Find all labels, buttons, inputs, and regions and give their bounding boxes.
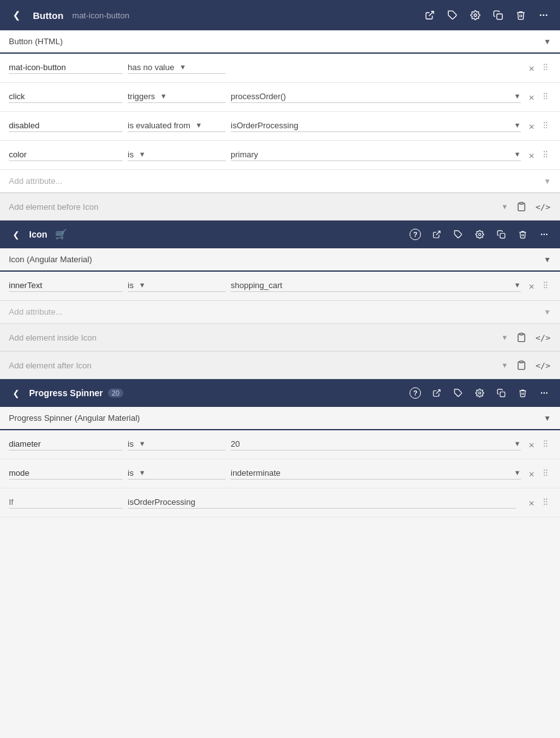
spinner-more-options-icon[interactable] — [536, 385, 552, 401]
drag-handle-icon[interactable] — [540, 61, 551, 75]
delete-attr-icon[interactable] — [527, 439, 536, 451]
attr-operator-is-innertext[interactable]: is ▼ — [128, 281, 226, 292]
table-row: If isOrderProcessing — [0, 488, 560, 517]
add-attribute-row[interactable]: Add attribute... ▼ — [0, 170, 560, 192]
table-row: mat-icon-button has no value ▼ — [0, 54, 560, 83]
svg-point-66 — [544, 499, 545, 500]
delete-attr-icon[interactable] — [527, 120, 536, 133]
delete-icon[interactable] — [512, 6, 530, 24]
attr-value-shopping-cart[interactable]: shopping_cart ▼ — [231, 281, 521, 292]
spinner-copy-icon[interactable] — [493, 385, 509, 401]
attr-operator-is-order-processing[interactable]: isOrderProcessing — [128, 497, 516, 509]
table-row: diameter is ▼ 20 ▼ — [0, 430, 560, 459]
attr-operator-is-diameter[interactable]: is ▼ — [128, 439, 226, 451]
icon-more-options-icon[interactable] — [536, 226, 552, 243]
attr-name-mode: mode — [9, 468, 123, 480]
operator-text: is evaluated from — [128, 121, 190, 130]
code-inside-icon[interactable]: </> — [535, 329, 551, 346]
code-icon[interactable]: </> — [535, 198, 551, 215]
attr-operator-triggers[interactable]: triggers ▼ — [128, 92, 226, 103]
svg-point-2 — [474, 14, 477, 16]
svg-point-26 — [546, 151, 547, 152]
value-dropdown-arrow-icon: ▼ — [514, 92, 521, 100]
attr-value-process-order[interactable]: processOrder() ▼ — [231, 92, 521, 103]
spinner-help-icon[interactable]: ? — [407, 385, 423, 401]
svg-point-52 — [544, 392, 545, 394]
spinner-delete-icon[interactable] — [514, 385, 531, 401]
drag-handle-icon[interactable] — [540, 90, 551, 104]
drag-handle-icon[interactable] — [540, 438, 551, 451]
icon-angular-material-selector[interactable]: Icon (Angular Material) ▼ — [0, 248, 560, 272]
table-row: mode is ▼ indeterminate ▼ — [0, 459, 560, 488]
add-attribute-icon-arrow-icon: ▼ — [544, 308, 551, 317]
attr-value-indeterminate[interactable]: indeterminate ▼ — [231, 468, 521, 480]
more-options-icon[interactable] — [535, 6, 552, 24]
button-html-selector[interactable]: Button (HTML) ▼ — [0, 30, 560, 54]
add-attribute-label: Add attribute... — [9, 176, 63, 186]
progress-spinner-selector[interactable]: Progress Spinner (Angular Material) ▼ — [0, 407, 560, 430]
clipboard-after-icon[interactable] — [513, 357, 530, 373]
spinner-gear-icon[interactable] — [472, 385, 488, 401]
icon-gear-icon[interactable] — [472, 226, 488, 243]
attr-name-inner-text: innerText — [9, 281, 123, 292]
spinner-external-link-icon[interactable] — [429, 385, 445, 401]
value-dropdown-arrow-icon: ▼ — [514, 469, 521, 476]
drag-handle-icon[interactable] — [540, 119, 551, 133]
attr-name-if: If — [9, 497, 123, 509]
drag-handle-if-icon[interactable] — [540, 496, 551, 509]
value-dropdown-arrow-icon: ▼ — [514, 281, 521, 289]
add-after-dropdown-arrow-icon[interactable]: ▼ — [501, 361, 508, 369]
delete-attr-icon[interactable] — [527, 149, 536, 162]
spinner-collapse-chevron-icon[interactable]: ❮ — [8, 385, 24, 401]
svg-rect-50 — [500, 392, 505, 397]
delete-attr-icon[interactable] — [527, 468, 536, 480]
delete-attr-icon[interactable] — [527, 91, 536, 104]
delete-attr-icon[interactable] — [527, 62, 536, 75]
clipboard-inside-icon[interactable] — [513, 329, 530, 346]
spinner-selector-label: Progress Spinner (Angular Material) — [9, 413, 140, 423]
svg-point-17 — [544, 98, 545, 99]
collapse-chevron-icon[interactable]: ❮ — [8, 6, 25, 24]
add-before-label: Add element before Icon — [9, 202, 496, 212]
attr-operator-is-evaluated-from[interactable]: is evaluated from ▼ — [128, 121, 226, 132]
progress-spinner-header: ❮ Progress Spinner 20 ? — [0, 379, 560, 407]
drag-handle-icon[interactable] — [540, 279, 551, 293]
drag-handle-icon[interactable] — [540, 467, 551, 480]
delete-attr-icon[interactable] — [527, 280, 536, 293]
table-row: color is ▼ primary ▼ — [0, 141, 560, 170]
attr-actions — [527, 61, 551, 75]
svg-point-39 — [544, 282, 545, 283]
icon-collapse-chevron-icon[interactable]: ❮ — [8, 226, 24, 243]
tag-icon[interactable] — [444, 6, 461, 24]
attr-value-is-order-processing[interactable]: isOrderProcessing ▼ — [231, 121, 521, 132]
svg-point-61 — [546, 469, 547, 471]
svg-point-37 — [544, 234, 545, 235]
attr-operator-is-mode[interactable]: is ▼ — [128, 468, 226, 480]
icon-external-link-icon[interactable] — [429, 226, 445, 243]
icon-help-icon[interactable]: ? — [407, 226, 423, 243]
external-link-icon[interactable] — [421, 6, 439, 24]
add-attribute-icon-row[interactable]: Add attribute... ▼ — [0, 301, 560, 324]
icon-copy-icon[interactable] — [493, 226, 509, 243]
svg-point-44 — [546, 287, 547, 288]
svg-point-23 — [544, 127, 545, 128]
attr-operator-is[interactable]: is ▼ — [128, 150, 226, 161]
drag-handle-icon[interactable] — [540, 148, 551, 162]
delete-if-attr-icon[interactable] — [527, 497, 536, 509]
svg-point-27 — [544, 154, 545, 155]
icon-tag-icon[interactable] — [450, 226, 466, 243]
spinner-tag-icon[interactable] — [450, 385, 466, 401]
copy-icon[interactable] — [489, 6, 507, 24]
value-text: processOrder() — [231, 92, 511, 101]
header-bar: ❮ Button mat-icon-button — [0, 0, 560, 30]
attr-operator-has-no-value[interactable]: has no value ▼ — [128, 63, 226, 74]
svg-point-65 — [546, 475, 547, 476]
add-before-dropdown-arrow-icon[interactable]: ▼ — [501, 203, 508, 210]
gear-icon[interactable] — [466, 6, 484, 24]
icon-delete-icon[interactable] — [514, 226, 531, 243]
clipboard-icon[interactable] — [513, 198, 530, 215]
attr-value-primary[interactable]: primary ▼ — [231, 150, 521, 161]
add-inside-dropdown-arrow-icon[interactable]: ▼ — [501, 334, 508, 341]
code-after-icon[interactable]: </> — [535, 357, 551, 373]
attr-value-diameter-20[interactable]: 20 ▼ — [231, 439, 521, 451]
